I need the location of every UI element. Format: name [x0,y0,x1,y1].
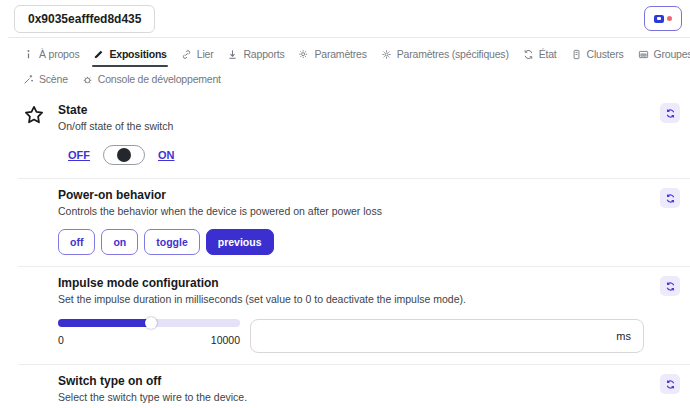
impulse-input[interactable] [263,330,616,342]
switch-type-description: Select the switch type wire to the devic… [58,391,644,403]
device-screen-icon [654,15,664,23]
reporting-icon [227,49,238,60]
edit-icon [93,49,104,60]
state-icon [523,49,534,60]
section-impulse-mode: Impulse mode configuration Set the impul… [8,267,690,364]
tab-about[interactable]: À propos [22,42,80,67]
refresh-icon [665,108,676,119]
tab-label: À propos [39,48,79,60]
slider-labels: 0 10000 [58,334,240,346]
slider-handle[interactable] [145,317,157,329]
tab-clusters[interactable]: Clusters [570,42,625,67]
info-icon [23,49,34,60]
impulse-description: Set the impulse duration in milliseconds… [58,293,644,305]
device-card: À propos Expositions Lier Rapports Param… [8,37,690,408]
tab-bar: À propos Expositions Lier Rapports Param… [8,38,690,94]
tab-settings[interactable]: Paramètres [297,42,367,67]
tab-dev-console[interactable]: Console de développement [81,67,222,92]
impulse-slider[interactable] [58,319,240,327]
power-on-option-off[interactable]: off [58,229,95,255]
link-icon [181,49,192,60]
slider-max-label: 10000 [211,334,240,346]
power-on-options: off on toggle previous [58,229,644,255]
clusters-icon [571,49,582,60]
device-id-chip: 0x9035eafffed8d435 [14,5,155,33]
state-on-link[interactable]: ON [158,149,175,161]
power-on-option-previous[interactable]: previous [206,229,274,255]
switch-type-title: Switch type on off [58,374,644,388]
tab-label: Paramètres (spécifiques) [397,48,509,60]
state-controls: OFF ON [68,145,644,165]
device-page: 0x9035eafffed8d435 À propos Expositions … [0,0,690,408]
tab-groups[interactable]: Groupes [637,42,690,67]
tab-bind[interactable]: Lier [180,42,215,67]
tab-reporting[interactable]: Rapports [226,42,285,67]
tab-label: État [539,48,557,60]
slider-fill [58,319,151,327]
section-power-on-behavior: Power-on behavior Controls the behavior … [8,179,690,266]
tab-label: Console de développement [98,73,221,85]
section-state: State On/off state of the switch OFF ON [8,94,690,178]
tab-exposes[interactable]: Expositions [92,42,167,67]
power-on-option-on[interactable]: on [101,229,138,255]
device-settings-icon [381,49,392,60]
power-on-description: Controls the behavior when the device is… [58,205,644,217]
section-switch-type: Switch type on off Select the switch typ… [8,365,690,408]
impulse-controls: 0 10000 ms [58,319,644,353]
tab-label: Rapports [243,48,284,60]
state-description: On/off state of the switch [58,120,644,132]
impulse-unit-suffix: ms [616,330,631,342]
impulse-title: Impulse mode configuration [58,276,644,290]
tab-label: Clusters [587,48,624,60]
dev-console-icon [82,74,93,85]
tab-settings-specific[interactable]: Paramètres (spécifiques) [380,42,510,67]
state-title: State [58,103,644,117]
device-screen-button[interactable] [644,6,682,31]
tab-label: Lier [197,48,214,60]
tab-state[interactable]: État [522,42,558,67]
power-on-refresh-button[interactable] [660,188,680,208]
groups-icon [638,49,649,60]
scene-icon [23,74,34,85]
toggle-knob [117,148,131,162]
tab-label: Groupes [654,48,690,60]
tab-row-1: À propos Expositions Lier Rapports Param… [22,42,684,67]
page-header: 0x9035eafffed8d435 [0,0,690,37]
tab-label: Expositions [109,48,166,60]
impulse-input-field: ms [250,319,644,353]
impulse-refresh-button[interactable] [660,276,680,296]
tab-label: Scène [39,73,68,85]
power-on-title: Power-on behavior [58,188,644,202]
favorite-star-icon[interactable] [24,105,44,129]
state-off-link[interactable]: OFF [68,149,90,161]
refresh-icon [665,379,676,390]
impulse-slider-wrap: 0 10000 [58,319,240,346]
state-refresh-button[interactable] [660,103,680,123]
notification-dot-icon [667,16,672,21]
slider-min-label: 0 [58,334,64,346]
tab-scene[interactable]: Scène [22,67,69,92]
state-toggle[interactable] [103,145,145,165]
tab-label: Paramètres [314,48,366,60]
refresh-icon [665,281,676,292]
refresh-icon [665,193,676,204]
switch-type-refresh-button[interactable] [660,374,680,394]
settings-icon [298,49,309,60]
tab-row-2: Scène Console de développement [22,67,684,92]
power-on-option-toggle[interactable]: toggle [144,229,200,255]
